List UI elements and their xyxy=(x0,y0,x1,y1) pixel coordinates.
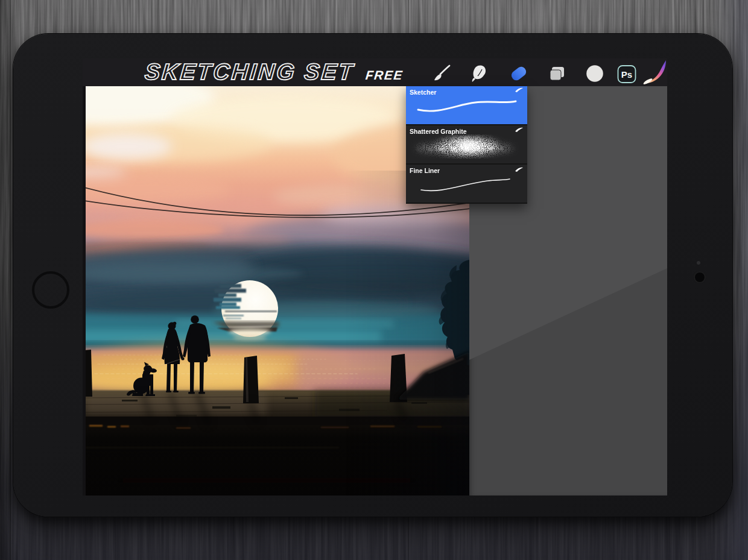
svg-text:Ps: Ps xyxy=(621,69,632,80)
